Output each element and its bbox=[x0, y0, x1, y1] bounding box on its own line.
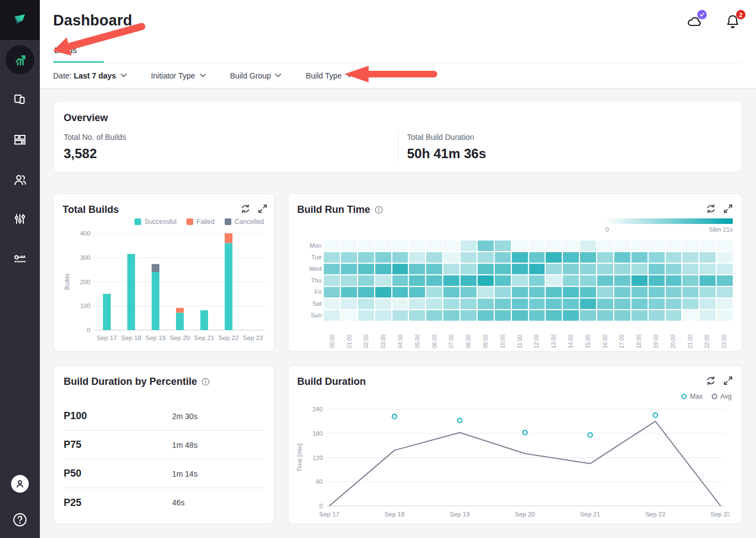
heatmap-cell[interactable] bbox=[426, 310, 442, 321]
heatmap-cell[interactable] bbox=[375, 310, 391, 321]
heatmap-cell[interactable] bbox=[409, 310, 425, 321]
legend-cancelled[interactable]: Cancelled bbox=[225, 218, 264, 226]
heatmap-cell[interactable] bbox=[529, 252, 545, 263]
heatmap-cell[interactable] bbox=[495, 299, 511, 309]
heatmap-cell[interactable] bbox=[409, 264, 425, 274]
heatmap-cell[interactable] bbox=[580, 275, 596, 286]
sidebar-item-settings[interactable] bbox=[0, 200, 40, 239]
heatmap-cell[interactable] bbox=[392, 287, 408, 297]
heatmap-cell[interactable] bbox=[529, 241, 545, 251]
heatmap-cell[interactable] bbox=[341, 275, 357, 286]
heatmap-cell[interactable] bbox=[546, 252, 562, 263]
heatmap-cell[interactable] bbox=[649, 287, 665, 297]
heatmap-cell[interactable] bbox=[649, 275, 665, 286]
heatmap-cell[interactable] bbox=[682, 264, 698, 274]
heatmap-cell[interactable] bbox=[563, 275, 579, 286]
heatmap-cell[interactable] bbox=[426, 275, 442, 286]
heatmap-cell[interactable] bbox=[392, 275, 408, 286]
heatmap-cell[interactable] bbox=[324, 299, 340, 309]
heatmap-cell[interactable] bbox=[649, 252, 665, 263]
heatmap-cell[interactable] bbox=[460, 241, 477, 251]
heatmap-cell[interactable] bbox=[392, 299, 408, 309]
heatmap-cell[interactable] bbox=[717, 275, 733, 286]
heatmap-cell[interactable] bbox=[597, 287, 613, 297]
refresh-icon[interactable] bbox=[706, 376, 716, 385]
heatmap-cell[interactable] bbox=[631, 264, 648, 274]
heatmap-cell[interactable] bbox=[614, 287, 630, 297]
heatmap-cell[interactable] bbox=[478, 252, 494, 263]
heatmap-cell[interactable] bbox=[529, 264, 545, 274]
heatmap-grid[interactable] bbox=[324, 241, 733, 321]
heatmap-cell[interactable] bbox=[495, 264, 511, 274]
heatmap-cell[interactable] bbox=[614, 299, 630, 309]
heatmap-cell[interactable] bbox=[631, 287, 648, 297]
heatmap-cell[interactable] bbox=[358, 264, 374, 274]
heatmap-cell[interactable] bbox=[666, 287, 682, 297]
heatmap-cell[interactable] bbox=[682, 287, 698, 297]
info-icon[interactable] bbox=[375, 206, 383, 214]
heatmap-cell[interactable] bbox=[478, 299, 494, 309]
heatmap-cell[interactable] bbox=[426, 252, 442, 263]
heatmap-cell[interactable] bbox=[512, 275, 528, 286]
heatmap-cell[interactable] bbox=[341, 310, 357, 321]
heatmap-cell[interactable] bbox=[495, 252, 511, 263]
heatmap-cell[interactable] bbox=[426, 287, 442, 297]
heatmap-cell[interactable] bbox=[546, 264, 562, 274]
heatmap-cell[interactable] bbox=[563, 310, 579, 321]
heatmap-cell[interactable] bbox=[409, 299, 425, 309]
expand-icon[interactable] bbox=[723, 376, 733, 385]
heatmap-cell[interactable] bbox=[682, 299, 698, 309]
heatmap-cell[interactable] bbox=[666, 241, 682, 251]
heatmap-cell[interactable] bbox=[580, 241, 596, 251]
heatmap-cell[interactable] bbox=[614, 252, 630, 263]
heatmap-cell[interactable] bbox=[580, 287, 596, 297]
heatmap-cell[interactable] bbox=[443, 275, 459, 286]
heatmap-cell[interactable] bbox=[649, 299, 665, 309]
heatmap-cell[interactable] bbox=[512, 287, 528, 297]
heatmap-cell[interactable] bbox=[682, 252, 698, 263]
heatmap-cell[interactable] bbox=[631, 252, 648, 263]
heatmap-cell[interactable] bbox=[341, 252, 357, 263]
heatmap-cell[interactable] bbox=[649, 310, 665, 321]
avatar[interactable] bbox=[11, 475, 29, 493]
heatmap-cell[interactable] bbox=[546, 241, 562, 251]
heatmap-cell[interactable] bbox=[666, 310, 682, 321]
sidebar-item-dashboards[interactable] bbox=[0, 120, 40, 160]
heatmap-cell[interactable] bbox=[409, 252, 425, 263]
heatmap-cell[interactable] bbox=[614, 241, 630, 251]
heatmap-cell[interactable] bbox=[717, 310, 733, 321]
tab-builds[interactable]: Builds bbox=[40, 45, 91, 60]
heatmap-cell[interactable] bbox=[478, 287, 494, 297]
heatmap-cell[interactable] bbox=[375, 252, 391, 263]
heatmap-cell[interactable] bbox=[580, 252, 596, 263]
heatmap-cell[interactable] bbox=[341, 299, 357, 309]
heatmap-cell[interactable] bbox=[375, 287, 391, 297]
heatmap-cell[interactable] bbox=[460, 252, 477, 263]
heatmap-cell[interactable] bbox=[375, 275, 391, 286]
heatmap-cell[interactable] bbox=[700, 252, 716, 263]
heatmap-cell[interactable] bbox=[529, 275, 545, 286]
heatmap-cell[interactable] bbox=[546, 287, 562, 297]
heatmap-cell[interactable] bbox=[443, 299, 459, 309]
heatmap-cell[interactable] bbox=[631, 299, 648, 309]
heatmap-cell[interactable] bbox=[478, 310, 494, 321]
heatmap-cell[interactable] bbox=[426, 241, 442, 251]
heatmap-cell[interactable] bbox=[478, 275, 494, 286]
heatmap-cell[interactable] bbox=[597, 310, 613, 321]
heatmap-cell[interactable] bbox=[375, 264, 391, 274]
heatmap-cell[interactable] bbox=[682, 310, 698, 321]
heatmap-cell[interactable] bbox=[512, 252, 528, 263]
heatmap-cell[interactable] bbox=[631, 275, 648, 286]
heatmap-cell[interactable] bbox=[563, 241, 579, 251]
heatmap-cell[interactable] bbox=[580, 264, 596, 274]
heatmap-cell[interactable] bbox=[324, 287, 340, 297]
expand-icon[interactable] bbox=[258, 204, 267, 213]
heatmap-cell[interactable] bbox=[460, 275, 477, 286]
heatmap-cell[interactable] bbox=[563, 299, 579, 309]
heatmap-cell[interactable] bbox=[324, 310, 340, 321]
filter-initiator-type[interactable]: Initiator Type bbox=[151, 71, 206, 80]
heatmap-cell[interactable] bbox=[443, 252, 459, 263]
heatmap-cell[interactable] bbox=[546, 299, 562, 309]
sidebar-item-apps[interactable] bbox=[0, 80, 40, 120]
heatmap-cell[interactable] bbox=[717, 241, 733, 251]
